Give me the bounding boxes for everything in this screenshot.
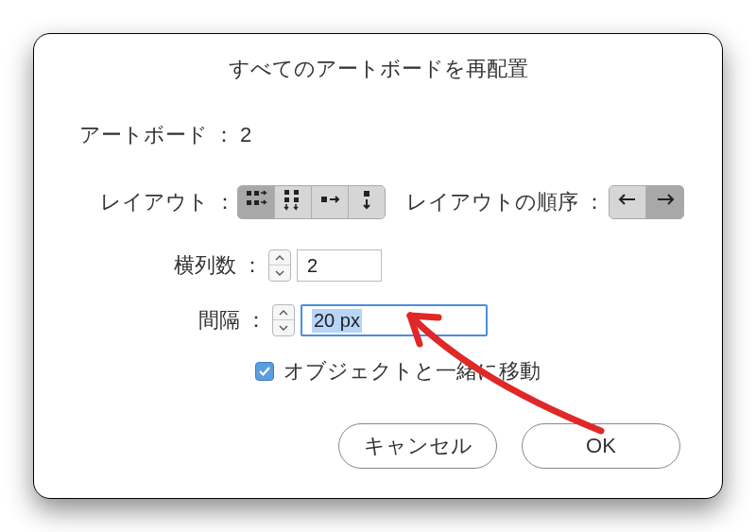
colon: ： (242, 251, 263, 280)
artboard-count-row: アートボード ： 2 (79, 121, 684, 149)
svg-rect-4 (284, 190, 289, 195)
layout-grid-col-button[interactable] (275, 186, 312, 218)
rearrange-artboards-dialog: すべてのアートボードを再配置 アートボード ： 2 レイアウト ： (33, 33, 723, 499)
move-with-objects-row: オブジェクトと一緒に移動 (255, 357, 684, 386)
svg-rect-7 (294, 197, 299, 202)
columns-input[interactable]: 2 (297, 249, 382, 282)
grid-row-icon (245, 188, 267, 216)
layout-order-label: レイアウトの順序 (406, 188, 578, 216)
columns-row: 横列数 ： 2 (174, 249, 684, 282)
stepper-up-icon[interactable] (269, 250, 290, 266)
stepper-down-icon[interactable] (269, 266, 290, 281)
cancel-button[interactable]: キャンセル (338, 423, 497, 469)
spacing-stepper[interactable] (272, 304, 295, 336)
svg-rect-5 (284, 197, 289, 202)
order-icon-group (609, 185, 684, 219)
layout-row-button[interactable] (312, 186, 349, 218)
row-icon (318, 188, 341, 216)
move-with-objects-label: オブジェクトと一緒に移動 (284, 357, 541, 386)
spacing-input[interactable]: 20 px (301, 304, 488, 336)
svg-rect-9 (364, 191, 369, 197)
spacing-input-value: 20 px (312, 309, 362, 333)
left-arrow-icon (616, 188, 639, 216)
dialog-title: すべてのアートボードを再配置 (34, 55, 722, 83)
spacing-row: 間隔 ： 20 px (198, 304, 684, 336)
svg-rect-2 (247, 200, 251, 205)
colon: ： (214, 121, 234, 149)
columns-label: 横列数 (174, 251, 236, 280)
right-arrow-icon (654, 188, 677, 216)
order-right-button[interactable] (646, 186, 683, 218)
stepper-down-icon[interactable] (273, 320, 294, 335)
svg-rect-1 (254, 191, 259, 196)
svg-rect-3 (254, 200, 259, 205)
check-icon (258, 359, 271, 384)
ok-button[interactable]: OK (522, 423, 680, 469)
columns-input-value: 2 (307, 255, 318, 277)
svg-rect-8 (321, 197, 327, 202)
layout-col-button[interactable] (349, 186, 386, 218)
artboard-count-value: 2 (240, 123, 251, 147)
colon: ： (215, 188, 235, 216)
layout-row: レイアウト ： (100, 185, 684, 219)
layout-icon-group (237, 185, 386, 219)
move-with-objects-checkbox[interactable] (255, 362, 274, 381)
dialog-content: アートボード ： 2 レイアウト ： (34, 121, 722, 386)
svg-rect-6 (294, 190, 299, 195)
dialog-button-row: キャンセル OK (34, 423, 722, 469)
stepper-up-icon[interactable] (273, 305, 294, 320)
spacing-label: 間隔 (198, 306, 240, 335)
order-left-button[interactable] (610, 186, 646, 218)
col-icon (355, 188, 378, 216)
cancel-button-label: キャンセル (364, 432, 472, 460)
grid-col-icon (282, 188, 304, 216)
ok-button-label: OK (586, 434, 616, 458)
columns-stepper[interactable] (268, 249, 291, 282)
layout-label: レイアウト (100, 188, 209, 216)
svg-rect-0 (247, 191, 251, 196)
artboard-label: アートボード (79, 121, 208, 149)
colon: ： (246, 306, 266, 335)
colon: ： (584, 188, 605, 216)
layout-grid-row-button[interactable] (238, 186, 275, 218)
